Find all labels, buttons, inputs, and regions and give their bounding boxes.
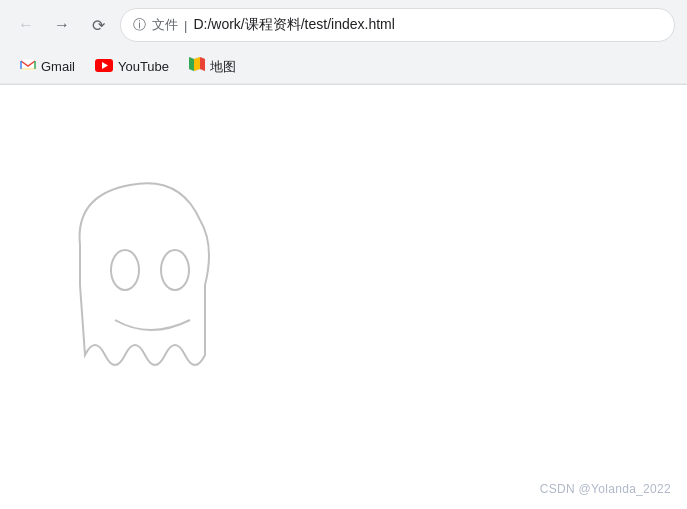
- bookmark-gmail[interactable]: Gmail: [12, 56, 83, 77]
- bookmark-maps-label: 地图: [210, 58, 236, 76]
- file-label: 文件: [152, 16, 178, 34]
- youtube-icon: [95, 59, 113, 75]
- ghost-svg: [30, 165, 250, 395]
- bookmarks-bar: Gmail YouTube 地图: [0, 50, 687, 84]
- svg-point-7: [111, 250, 139, 290]
- gmail-icon: [20, 59, 36, 74]
- ghost-drawing: [30, 165, 250, 399]
- page-content: CSDN @Yolanda_2022: [0, 85, 687, 508]
- browser-chrome: ← → ⟳ ⓘ 文件 | D:/work/课程资料/test/index.htm…: [0, 0, 687, 85]
- svg-marker-6: [200, 57, 205, 71]
- bookmark-maps[interactable]: 地图: [181, 54, 244, 79]
- bookmark-youtube-label: YouTube: [118, 59, 169, 74]
- back-button[interactable]: ←: [12, 11, 40, 39]
- nav-bar: ← → ⟳ ⓘ 文件 | D:/work/课程资料/test/index.htm…: [0, 0, 687, 50]
- forward-button[interactable]: →: [48, 11, 76, 39]
- svg-point-8: [161, 250, 189, 290]
- maps-icon: [189, 57, 205, 76]
- reload-button[interactable]: ⟳: [84, 11, 112, 39]
- secure-icon: ⓘ: [133, 16, 146, 34]
- watermark: CSDN @Yolanda_2022: [540, 482, 671, 496]
- separator: |: [184, 18, 187, 33]
- url-text: D:/work/课程资料/test/index.html: [193, 16, 662, 34]
- svg-marker-5: [194, 57, 200, 71]
- svg-marker-4: [189, 57, 194, 71]
- watermark-text: CSDN @Yolanda_2022: [540, 482, 671, 496]
- bookmark-youtube[interactable]: YouTube: [87, 56, 177, 78]
- bookmark-gmail-label: Gmail: [41, 59, 75, 74]
- address-bar[interactable]: ⓘ 文件 | D:/work/课程资料/test/index.html: [120, 8, 675, 42]
